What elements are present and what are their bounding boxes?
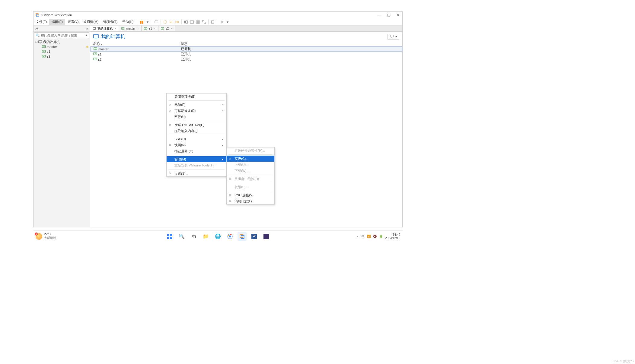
volume-icon[interactable]: 🔇: [373, 235, 377, 238]
taskbar-weather[interactable]: 1 27°C 大部晴朗: [36, 233, 56, 240]
file-explorer-button[interactable]: 📁: [201, 232, 210, 241]
row-status: 已开机: [181, 52, 211, 56]
submenu-caret-icon: ▸: [222, 138, 223, 141]
library-search[interactable]: 🔍 ▼: [34, 32, 89, 38]
tab-close-icon[interactable]: ×: [137, 27, 139, 30]
svg-rect-28: [167, 237, 169, 239]
app-button[interactable]: [262, 232, 271, 241]
svg-rect-29: [170, 237, 172, 239]
maximize-button[interactable]: ▢: [386, 13, 391, 17]
dropdown-caret-icon[interactable]: ▾: [145, 19, 151, 25]
bullet-icon: [229, 194, 231, 196]
search-icon: 🔍: [36, 33, 40, 37]
chrome-button[interactable]: [225, 232, 235, 241]
window-controls: — ▢ ✕: [377, 13, 400, 17]
ime-indicator[interactable]: 中: [362, 234, 365, 239]
tab-s1[interactable]: s1 ×: [142, 26, 158, 31]
submenu-caret-icon: ▸: [222, 103, 223, 106]
close-window-button[interactable]: ✕: [395, 13, 400, 17]
battery-icon[interactable]: 🔋: [379, 235, 383, 238]
bullet-icon: [229, 200, 231, 202]
ctx-removable-devices[interactable]: 可移动设备(D)▸: [167, 108, 226, 114]
tab-master[interactable]: master ×: [119, 26, 142, 31]
tree-root[interactable]: ⊟ 我的计算机: [34, 40, 90, 44]
ctx-manage[interactable]: 管理(M)▸: [167, 156, 226, 162]
ctx-upload: 上载(U)...: [227, 162, 274, 168]
word-button[interactable]: W: [250, 232, 259, 241]
view-console-icon[interactable]: [189, 19, 195, 25]
tree-item-s2[interactable]: s2: [34, 54, 90, 59]
taskbar-center: 🔍 ⧉ 📁 🌐 W: [165, 232, 271, 241]
ctx-capture-screen[interactable]: 捕获屏幕 (C): [167, 148, 226, 154]
tab-my-computer[interactable]: 我的计算机 ×: [90, 26, 119, 31]
row-name: s1: [98, 52, 102, 56]
start-button[interactable]: [165, 232, 174, 241]
menu-file[interactable]: 文件(F): [34, 19, 49, 25]
dropdown-caret-icon[interactable]: ▾: [225, 19, 231, 25]
view-single-icon[interactable]: [183, 19, 189, 25]
svg-point-4: [176, 21, 177, 23]
tree-item-master[interactable]: master: [34, 44, 90, 49]
stretch-icon[interactable]: [219, 19, 225, 25]
ctx-power[interactable]: 电源(P)▸: [167, 102, 226, 108]
menu-vm[interactable]: 虚拟机(M): [81, 19, 101, 25]
edge-button[interactable]: 🌐: [213, 232, 222, 241]
snapshot-manage-icon[interactable]: [174, 19, 180, 25]
menu-view[interactable]: 查看(V): [65, 19, 81, 25]
vmware-button[interactable]: [238, 232, 247, 241]
task-view-button[interactable]: ⧉: [189, 232, 198, 241]
separator: [228, 183, 273, 183]
library-toggle-icon[interactable]: [210, 19, 216, 25]
ctx-message-log[interactable]: 消息日志(L): [227, 198, 274, 204]
watermark: CSDN @沙ya-: [613, 359, 634, 363]
minimize-button[interactable]: —: [377, 13, 382, 17]
row-name: s2: [98, 58, 102, 61]
search-input[interactable]: [41, 33, 85, 37]
send-key-icon[interactable]: [153, 19, 159, 25]
tab-close-icon[interactable]: ×: [171, 27, 172, 30]
ctx-settings[interactable]: 设置(S)...: [167, 170, 226, 176]
menu-tabs[interactable]: 选项卡(T): [101, 19, 120, 25]
svg-rect-17: [93, 27, 96, 29]
tree-item-s1[interactable]: s1: [34, 49, 90, 54]
tab-close-icon[interactable]: ×: [114, 27, 116, 30]
search-dropdown-icon[interactable]: ▼: [85, 34, 88, 37]
tab-close-icon[interactable]: ×: [154, 27, 156, 30]
ctx-grab-input[interactable]: 抓取输入内容(I): [167, 128, 226, 134]
view-fullscreen-icon[interactable]: [195, 19, 201, 25]
search-button[interactable]: 🔍: [177, 232, 186, 241]
column-status[interactable]: 状态: [181, 42, 211, 46]
ctx-clone[interactable]: 克隆(C)...: [227, 156, 274, 162]
ctx-snapshot[interactable]: 快照(N)▸: [167, 142, 226, 148]
pause-icon[interactable]: ▮▮: [139, 19, 145, 25]
snapshot-take-icon[interactable]: [162, 19, 168, 25]
taskbar-clock[interactable]: 14:49 2023/12/10: [385, 233, 400, 240]
list-row-master[interactable]: master 已开机: [90, 46, 402, 52]
column-name[interactable]: 名称▴: [93, 42, 181, 46]
collapse-icon[interactable]: ⊟: [35, 40, 38, 43]
ctx-vnc[interactable]: VNC 连接(V): [227, 192, 274, 198]
row-status: 已开机: [181, 57, 211, 62]
list-row-s2[interactable]: s2 已开机: [90, 57, 402, 62]
menu-edit[interactable]: 编辑(E): [49, 19, 65, 25]
svg-rect-9: [196, 21, 200, 23]
ctx-close-tab[interactable]: 关闭选项卡(B): [167, 93, 226, 100]
windows-taskbar: 1 27°C 大部晴朗 🔍 ⧉ 📁 🌐 W ︿ 中 📶 🔇 🔋 14:49 20…: [33, 230, 403, 242]
menu-help[interactable]: 帮助(H): [120, 19, 136, 25]
svg-rect-33: [241, 235, 244, 238]
wifi-icon[interactable]: 📶: [367, 235, 371, 238]
svg-rect-1: [37, 14, 39, 17]
tray-chevron-icon[interactable]: ︿: [356, 234, 359, 239]
vm-icon: [42, 55, 46, 58]
library-close-button[interactable]: ×: [86, 27, 88, 30]
snapshot-revert-icon[interactable]: [168, 19, 174, 25]
library-pane: 库 × 🔍 ▼ ⊟ 我的计算机 master: [34, 26, 90, 227]
view-mode-button[interactable]: ▾: [388, 34, 399, 40]
ctx-send-cad[interactable]: 发送 Ctrl+Alt+Del(E): [167, 122, 226, 128]
list-row-s1[interactable]: s1 已开机: [90, 52, 402, 57]
ctx-pause[interactable]: 暂停(U): [167, 114, 226, 120]
view-unity-icon[interactable]: [201, 19, 207, 25]
ctx-ssh[interactable]: SSH(H)▸: [167, 136, 226, 142]
tab-s2[interactable]: s2 ×: [158, 26, 175, 31]
ctx-download: 下载(W)...: [227, 168, 274, 174]
